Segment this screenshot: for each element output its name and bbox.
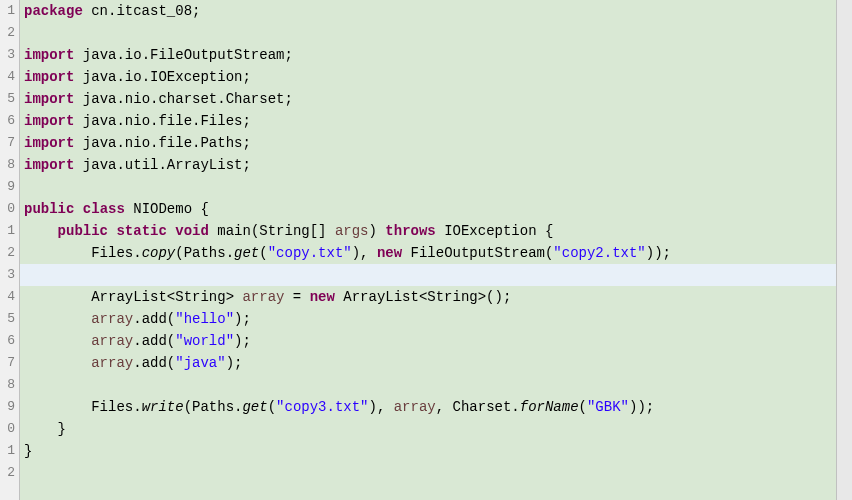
token-kw: throws xyxy=(385,223,435,239)
token-kw: new xyxy=(377,245,402,261)
line-number: 9 xyxy=(0,396,15,418)
token-plain xyxy=(74,201,82,217)
code-line[interactable]: package cn.itcast_08; xyxy=(20,0,851,22)
line-number: 4 xyxy=(0,286,15,308)
token-plain: .add( xyxy=(133,355,175,371)
token-plain: .add( xyxy=(133,311,175,327)
token-plain: (Paths. xyxy=(184,399,243,415)
token-plain: java.util.ArrayList; xyxy=(74,157,250,173)
token-str: "world" xyxy=(175,333,234,349)
code-line[interactable]: import java.nio.file.Files; xyxy=(20,110,851,132)
token-plain: ); xyxy=(234,333,251,349)
token-plain: = xyxy=(284,289,309,305)
token-plain: ArrayList<String> xyxy=(24,289,242,305)
code-line[interactable]: import java.util.ArrayList; xyxy=(20,154,851,176)
token-plain: IOException { xyxy=(436,223,554,239)
token-plain: (Paths. xyxy=(175,245,234,261)
token-plain: Files. xyxy=(24,399,142,415)
token-str: "java" xyxy=(175,355,225,371)
token-plain: FileOutputStream( xyxy=(402,245,553,261)
token-kw: package xyxy=(24,3,83,19)
line-number: 3 xyxy=(0,264,15,286)
token-kw: new xyxy=(310,289,335,305)
line-number: 7 xyxy=(0,132,15,154)
code-line[interactable] xyxy=(20,22,851,44)
code-line[interactable]: array.add("java"); xyxy=(20,352,851,374)
code-line[interactable]: ArrayList<String> array = new ArrayList<… xyxy=(20,286,851,308)
token-kw: import xyxy=(24,135,74,151)
token-plain: ( xyxy=(268,399,276,415)
token-plain xyxy=(167,223,175,239)
token-kw: void xyxy=(175,223,209,239)
token-plain: cn.itcast_08; xyxy=(83,3,201,19)
token-param: array xyxy=(91,333,133,349)
token-plain: java.nio.charset.Charset; xyxy=(74,91,292,107)
line-number: 6 xyxy=(0,110,15,132)
code-line[interactable] xyxy=(20,462,851,484)
code-area[interactable]: package cn.itcast_08;import java.io.File… xyxy=(20,0,852,500)
token-plain: java.nio.file.Paths; xyxy=(74,135,250,151)
code-line[interactable]: array.add("hello"); xyxy=(20,308,851,330)
token-plain: )); xyxy=(646,245,671,261)
code-line[interactable]: public class NIODemo { xyxy=(20,198,851,220)
token-plain: NIODemo { xyxy=(125,201,209,217)
code-line[interactable]: public static void main(String[] args) t… xyxy=(20,220,851,242)
token-kw: import xyxy=(24,69,74,85)
code-line[interactable]: Files.copy(Paths.get("copy.txt"), new Fi… xyxy=(20,242,851,264)
token-plain: java.nio.file.Files; xyxy=(74,113,250,129)
token-kw: import xyxy=(24,47,74,63)
token-plain: ), xyxy=(352,245,377,261)
token-kw: public xyxy=(58,223,108,239)
line-number: 3 xyxy=(0,44,15,66)
token-plain: } xyxy=(24,443,32,459)
code-line[interactable]: array.add("world"); xyxy=(20,330,851,352)
code-line[interactable]: import java.nio.file.Paths; xyxy=(20,132,851,154)
token-param: array xyxy=(91,311,133,327)
token-plain: ( xyxy=(579,399,587,415)
token-plain: java.io.IOException; xyxy=(74,69,250,85)
line-number: 1 xyxy=(0,0,15,22)
line-number: 2 xyxy=(0,22,15,44)
code-line[interactable]: import java.nio.charset.Charset; xyxy=(20,88,851,110)
code-line[interactable] xyxy=(20,176,851,198)
token-kw: class xyxy=(83,201,125,217)
token-plain: ArrayList<String>(); xyxy=(335,289,511,305)
line-number: 5 xyxy=(0,88,15,110)
token-plain: ); xyxy=(234,311,251,327)
token-plain: ( xyxy=(259,245,267,261)
token-method: get xyxy=(242,399,267,415)
code-line[interactable]: } xyxy=(20,418,851,440)
token-plain xyxy=(24,311,91,327)
line-number: 5 xyxy=(0,308,15,330)
vertical-scrollbar[interactable] xyxy=(836,0,852,500)
token-kw: public xyxy=(24,201,74,217)
token-plain xyxy=(24,355,91,371)
code-line[interactable]: } xyxy=(20,440,851,462)
token-kw: import xyxy=(24,113,74,129)
token-param: array xyxy=(242,289,284,305)
token-plain: java.io.FileOutputStream; xyxy=(74,47,292,63)
line-number: 0 xyxy=(0,418,15,440)
code-line[interactable] xyxy=(20,264,851,286)
line-number: 8 xyxy=(0,374,15,396)
code-line[interactable]: import java.io.IOException; xyxy=(20,66,851,88)
token-method: get xyxy=(234,245,259,261)
token-plain: ), xyxy=(369,399,394,415)
line-number: 1 xyxy=(0,440,15,462)
line-number-gutter: 1234567890123456789012 xyxy=(0,0,20,500)
token-str: "GBK" xyxy=(587,399,629,415)
code-editor[interactable]: 1234567890123456789012 package cn.itcast… xyxy=(0,0,852,500)
code-line[interactable]: Files.write(Paths.get("copy3.txt"), arra… xyxy=(20,396,851,418)
token-method: forName xyxy=(520,399,579,415)
token-param: array xyxy=(394,399,436,415)
code-line[interactable] xyxy=(20,374,851,396)
token-plain: .add( xyxy=(133,333,175,349)
line-number: 4 xyxy=(0,66,15,88)
line-number: 1 xyxy=(0,220,15,242)
token-plain: } xyxy=(24,421,66,437)
token-str: "copy3.txt" xyxy=(276,399,368,415)
token-plain: main(String[] xyxy=(209,223,335,239)
token-plain xyxy=(24,223,58,239)
code-line[interactable]: import java.io.FileOutputStream; xyxy=(20,44,851,66)
token-param: args xyxy=(335,223,369,239)
